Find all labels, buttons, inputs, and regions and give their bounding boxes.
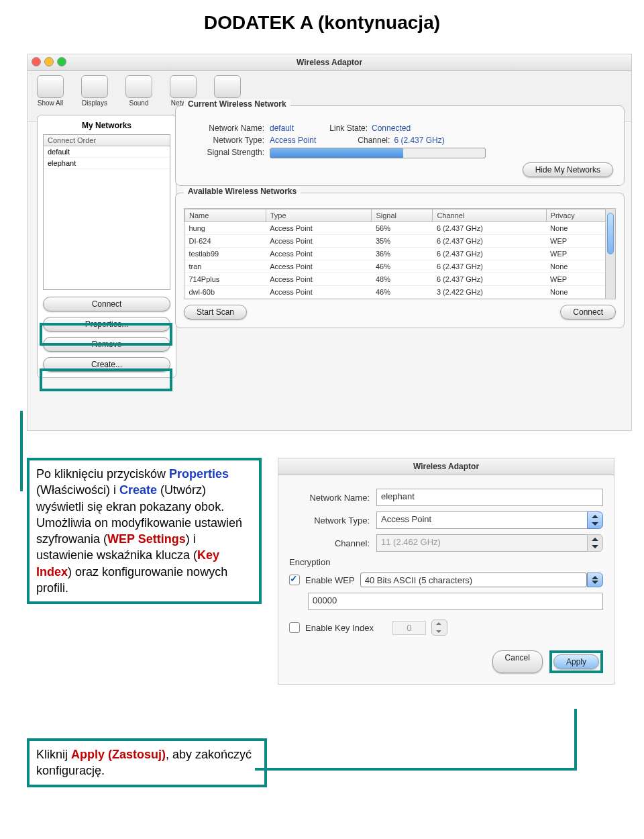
window-titlebar: Wireless Adaptor (28, 54, 631, 71)
label: Network Name: (184, 124, 264, 133)
table-cell: 3 (2.422 GHz) (433, 286, 546, 299)
label: Signal Strength: (184, 148, 264, 158)
list-header: Connect Order (44, 135, 170, 146)
select-value: 40 Bits ASCII (5 characters) (360, 573, 587, 587)
select-value: Access Point (376, 511, 587, 529)
start-scan-button[interactable]: Start Scan (184, 305, 247, 319)
text: (Właściwości) i (36, 483, 119, 497)
table-row[interactable]: dwl-60bAccess Point46%3 (2.422 GHz)None (185, 286, 615, 299)
group-title: Current Wireless Network (184, 99, 290, 109)
table-cell: Access Point (266, 260, 372, 273)
table-row[interactable]: 714PplusAccess Point48%6 (2.437 GHz)WEP (185, 273, 615, 286)
connect-available-button[interactable]: Connect (560, 305, 616, 319)
table-cell: 48% (372, 273, 433, 286)
text: Properties (169, 467, 229, 481)
connector-line (255, 768, 577, 771)
col-channel[interactable]: Channel (433, 209, 546, 222)
text: Create (119, 483, 157, 497)
chevron-up-down-icon (587, 573, 603, 587)
table-cell: 46% (372, 286, 433, 299)
col-signal[interactable]: Signal (372, 209, 433, 222)
label: Channel: (289, 538, 370, 548)
page-title: DODATEK A (kontynuacja) (27, 12, 617, 34)
zoom-icon[interactable] (57, 57, 66, 66)
key-index-stepper[interactable] (431, 620, 447, 636)
table-row[interactable]: tranAccess Point46%6 (2.437 GHz)None (185, 260, 615, 273)
wep-mode-select[interactable]: 40 Bits ASCII (5 characters) (360, 573, 603, 587)
available-networks-table[interactable]: Name Type Signal Channel Privacy hungAcc… (184, 209, 615, 299)
displays-icon (81, 75, 108, 98)
window-titlebar: Wireless Adaptor (278, 458, 614, 475)
table-cell: Access Point (266, 286, 372, 299)
toolbar-label: Sound (129, 99, 149, 107)
text: Apply (Zastosuj) (71, 748, 166, 761)
apply-button[interactable]: Apply (553, 654, 599, 669)
table-cell: 6 (2.437 GHz) (433, 248, 546, 260)
cancel-button[interactable]: Cancel (492, 650, 543, 673)
properties-button[interactable]: Properties... (43, 317, 170, 332)
table-cell: 6 (2.437 GHz) (433, 222, 546, 235)
label: Network Name: (289, 493, 370, 503)
network-icon (170, 75, 197, 98)
key-index-value: 0 (392, 621, 426, 635)
table-cell: dwl-60b (185, 286, 266, 299)
list-item[interactable]: default (44, 146, 170, 158)
connector-line (20, 411, 23, 491)
list-item[interactable]: elephant (44, 158, 170, 169)
enable-wep-label: Enable WEP (305, 575, 355, 585)
scrollbar[interactable] (605, 209, 615, 299)
enable-key-index-checkbox[interactable] (289, 622, 300, 633)
startup-disk-icon (214, 75, 241, 98)
table-row[interactable]: testlab99Access Point36%6 (2.437 GHz)WEP (185, 248, 615, 260)
traffic-lights (32, 57, 66, 66)
label: Network Type: (289, 515, 370, 526)
remove-button[interactable]: Remove (43, 337, 170, 352)
close-icon[interactable] (32, 57, 41, 66)
network-type-value: Access Point (270, 136, 316, 145)
channel-select: 11 (2.462 GHz) (376, 534, 603, 552)
sound-icon (125, 75, 152, 98)
network-type-select[interactable]: Access Point (376, 511, 603, 529)
link-state-value: Connected (372, 124, 411, 133)
channel-value: 6 (2.437 GHz) (394, 136, 444, 145)
toolbar-show-all[interactable]: Show All (34, 75, 66, 114)
toolbar-label: Show All (38, 99, 63, 107)
table-cell: Access Point (266, 235, 372, 248)
enable-wep-checkbox[interactable] (289, 575, 300, 585)
scroll-thumb[interactable] (607, 213, 614, 254)
callout-apply: Kliknij Apply (Zastosuj), aby zakończyć … (27, 738, 267, 787)
signal-fill (270, 148, 403, 158)
my-networks-panel: My Networks Connect Order default elepha… (37, 115, 176, 378)
table-cell: DI-624 (185, 235, 266, 248)
network-name-input[interactable]: elephant (376, 489, 603, 506)
hide-my-networks-button[interactable]: Hide My Networks (523, 162, 613, 177)
show-all-icon (37, 75, 64, 98)
text: Kliknij (36, 748, 71, 761)
network-name-value: default (270, 124, 294, 133)
connect-button[interactable]: Connect (43, 297, 170, 311)
wep-key-input[interactable]: 00000 (308, 593, 603, 610)
table-row[interactable]: DI-624Access Point35%6 (2.437 GHz)WEP (185, 235, 615, 248)
table-cell: 714Pplus (185, 273, 266, 286)
screenshot-network-properties: Wireless Adaptor Network Name:elephant N… (278, 458, 614, 685)
table-cell: 35% (372, 235, 433, 248)
label: Link State: (321, 124, 368, 133)
encryption-label: Encryption (289, 557, 603, 567)
window-title: Wireless Adaptor (297, 58, 362, 67)
window-title: Wireless Adaptor (413, 462, 479, 471)
minimize-icon[interactable] (44, 57, 54, 66)
text: Po kliknięciu przycisków (36, 467, 169, 481)
create-button[interactable]: Create... (43, 357, 170, 372)
table-cell: 6 (2.437 GHz) (433, 260, 546, 273)
table-row[interactable]: hungAccess Point56%6 (2.437 GHz)None (185, 222, 615, 235)
table-cell: 36% (372, 248, 433, 260)
screenshot-wireless-main: Wireless Adaptor Show All Displays Sound… (27, 54, 632, 431)
signal-strength-bar (270, 148, 486, 158)
toolbar-displays[interactable]: Displays (78, 75, 111, 114)
table-cell: Access Point (266, 222, 372, 235)
col-type[interactable]: Type (266, 209, 372, 222)
my-networks-list[interactable]: Connect Order default elephant (43, 134, 170, 290)
col-name[interactable]: Name (185, 209, 266, 222)
toolbar-sound[interactable]: Sound (123, 75, 155, 114)
chevron-up-down-icon (587, 511, 603, 529)
